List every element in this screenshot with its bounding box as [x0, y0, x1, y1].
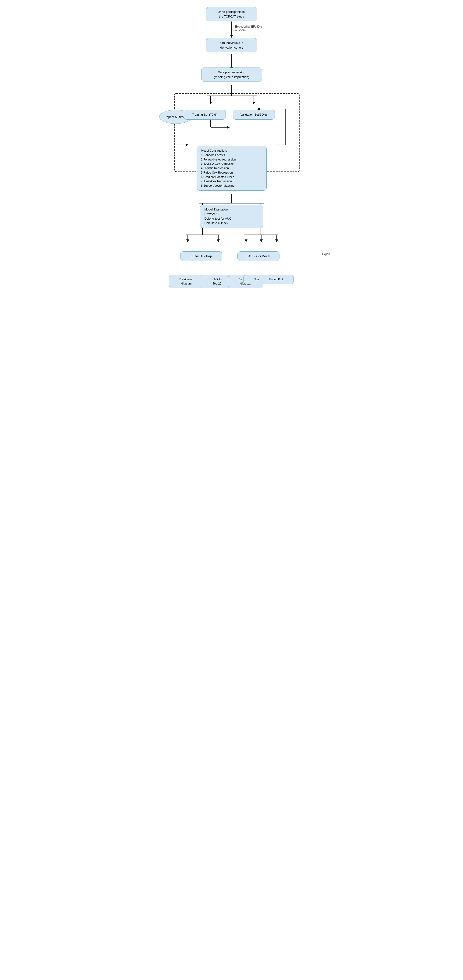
validation-label: Validation Set(30%)	[241, 113, 267, 116]
lasso-box: LASSO for Death	[238, 251, 279, 261]
training-label: Training Set (70%)	[192, 113, 217, 116]
svg-text:Excluded by EF≤40%: Excluded by EF≤40%	[235, 25, 262, 28]
svg-marker-31	[186, 239, 189, 242]
svg-marker-14	[227, 126, 230, 129]
preprocessing-text: Data pre-processing (missing value imput…	[214, 70, 249, 79]
topcat-box: 3445 participants in the TOPCAT study	[206, 7, 257, 21]
box-topcat: 3445 participants in the TOPCAT study	[206, 7, 257, 21]
svg-marker-37	[245, 239, 247, 242]
box-derivation: 519 individuals in derivation cohort	[206, 38, 257, 52]
vimp-label: VIMP for Top-20	[211, 278, 222, 285]
leaf-row: Distribution diagram VIMP for Top-20 Dis…	[162, 275, 302, 293]
dist1-box: Distribution diagram	[169, 275, 204, 288]
svg-marker-33	[217, 239, 220, 242]
repeat-label: Repeat 50 times	[164, 115, 187, 119]
svg-marker-39	[260, 239, 263, 242]
svg-text:or ≥50%: or ≥50%	[235, 29, 246, 32]
svg-marker-9	[209, 102, 212, 104]
topcat-text: 3445 participants in the TOPCAT study	[218, 10, 245, 18]
model-eval-box: Model Evaluation: Draw AUC Delong-test f…	[200, 205, 263, 228]
rf-box: RF for HF-Hosp	[180, 251, 222, 261]
svg-marker-1	[230, 35, 233, 38]
model-construction-box: Model Construction: 1.Random Forests 2.F…	[197, 146, 266, 191]
svg-marker-44	[186, 143, 189, 146]
svg-marker-11	[252, 102, 255, 104]
derivation-text: 519 individuals in derivation cohort	[220, 41, 243, 49]
forest-label: Forest Plot	[269, 278, 283, 281]
forest-box: Forest Plot	[259, 275, 294, 284]
svg-marker-41	[275, 239, 278, 242]
training-box: Training Set (70%)	[184, 110, 226, 119]
box-preprocessing: Data pre-processing (missing value imput…	[201, 67, 262, 82]
rf-label: RF for HF-Hosp	[190, 255, 212, 258]
flowchart: Excluded by EF≤40% or ≥50%	[162, 5, 302, 307]
model-construction-text: Model Construction: 1.Random Forests 2.F…	[201, 149, 236, 187]
export-label-2: Export	[322, 253, 330, 256]
dist1-label: Distribution diagram	[179, 278, 193, 285]
validation-box: Validation Set(30%)	[233, 110, 275, 119]
lasso-label: LASSO for Death	[247, 255, 270, 258]
model-eval-text: Model Evaluation: Draw AUC Delong-test f…	[205, 208, 232, 225]
